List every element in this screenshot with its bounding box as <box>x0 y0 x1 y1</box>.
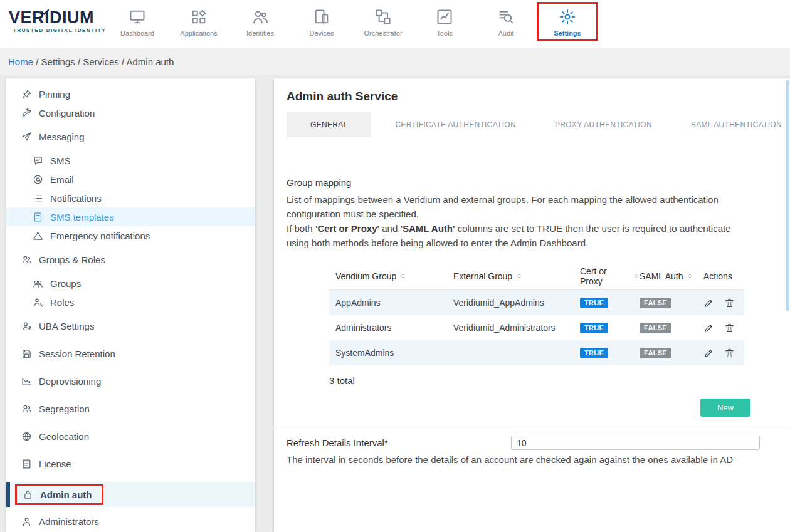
group-mapping-heading: Group mapping <box>287 177 790 188</box>
sidebar-item-geolocation[interactable]: Geolocation <box>6 427 255 446</box>
sidebar-item-label: Roles <box>50 297 74 308</box>
desc2-text: If both <box>287 223 315 234</box>
sidebar-item-groups[interactable]: Groups <box>6 274 255 293</box>
nav-item-dashboard[interactable]: Dashboard <box>107 2 168 41</box>
tab-proxy-authentication[interactable]: PROXY AUTHENTICATION <box>540 112 667 137</box>
column-header-veridium-group[interactable]: Veridium Group <box>329 271 453 281</box>
breadcrumb-item-settings[interactable]: Settings <box>41 56 75 67</box>
breadcrumb-item-services[interactable]: Services <box>83 56 119 67</box>
sidebar-item-configuration[interactable]: Configuration <box>6 103 255 122</box>
column-header-saml-auth[interactable]: SAML Auth <box>640 271 703 281</box>
sidebar-item-license[interactable]: License <box>6 454 255 473</box>
sidebar-item-roles[interactable]: Roles <box>6 293 255 311</box>
topnav-items: DashboardApplicationsIdentitiesDevicesOr… <box>107 2 598 41</box>
column-header-external-group[interactable]: External Group <box>453 271 580 281</box>
sidebar-item-label: Notifications <box>50 193 102 204</box>
cell-saml-auth: FALSE <box>640 322 703 333</box>
delete-icon[interactable] <box>724 298 735 308</box>
sidebar-item-deprovisioning[interactable]: Deprovisioning <box>6 372 255 390</box>
sidebar-item-pinning[interactable]: Pinning <box>6 85 255 103</box>
cert-or-proxy-badge: TRUE <box>580 323 608 333</box>
group-mapping-description-2: If both 'Cert or Proxy' and 'SAML Auth' … <box>287 221 790 250</box>
refresh-interval-description: The interval in seconds before the detai… <box>287 454 790 465</box>
people-icon <box>21 404 32 414</box>
tab-certificate-authentication[interactable]: CERTIFICATE AUTHENTICATION <box>380 112 530 137</box>
column-header-actions: Actions <box>703 271 744 281</box>
breadcrumb-item-home[interactable]: Home <box>8 56 33 67</box>
sidebar-item-label: License <box>39 459 71 469</box>
sidebar-item-emergency-notifications[interactable]: Emergency notifications <box>6 226 255 245</box>
applications-icon <box>190 8 208 26</box>
edit-icon[interactable] <box>703 323 714 333</box>
devices-icon <box>313 8 330 26</box>
table-body: AppAdminsVeridiumid_AppAdminsTRUEFALSEAd… <box>329 290 744 365</box>
nav-item-applications[interactable]: Applications <box>168 2 229 41</box>
saml-auth-badge: FALSE <box>640 323 672 333</box>
logo-check-icon <box>41 6 49 18</box>
breadcrumb-separator: / <box>33 56 41 67</box>
people-icon <box>21 254 32 265</box>
edit-icon[interactable] <box>703 298 714 308</box>
sidebar-item-sms-templates[interactable]: SMS templates <box>6 207 255 226</box>
nav-label: Orchestrator <box>364 29 402 37</box>
sidebar-item-label: Email <box>50 174 74 185</box>
cell-veridium-group: Administrators <box>329 323 453 333</box>
column-label: External Group <box>453 271 512 281</box>
person-edit-icon <box>21 321 32 331</box>
document-icon <box>33 212 43 222</box>
column-label: Veridium Group <box>335 271 396 281</box>
sidebar-item-administrators[interactable]: Administrators <box>6 512 255 531</box>
new-button[interactable]: New <box>700 399 750 417</box>
sidebar-item-uba-settings[interactable]: UBA Settings <box>6 316 255 335</box>
paper-plane-icon <box>21 132 32 142</box>
sidebar-item-segregation[interactable]: Segregation <box>6 399 255 418</box>
cell-saml-auth: FALSE <box>640 297 703 308</box>
sidebar-item-messaging[interactable]: Messaging <box>6 127 255 146</box>
edit-icon[interactable] <box>703 348 714 358</box>
cert-or-proxy-badge: TRUE <box>580 298 608 308</box>
sidebar-item-label: Admin auth <box>40 489 92 500</box>
nav-item-audit[interactable]: Audit <box>475 2 537 41</box>
sidebar-item-sms[interactable]: SMS <box>6 151 255 170</box>
cell-actions <box>703 348 744 358</box>
sidebar-item-label: Groups <box>50 278 81 289</box>
nav-item-identities[interactable]: Identities <box>229 2 291 41</box>
cell-veridium-group: SystemAdmins <box>329 348 453 358</box>
breadcrumb: Home / Settings / Services / Admin auth <box>0 48 790 75</box>
sidebar-item-notifications[interactable]: Notifications <box>6 189 255 207</box>
nav-item-orchestrator[interactable]: Orchestrator <box>352 2 414 41</box>
delete-icon[interactable] <box>724 323 735 333</box>
sidebar-item-admin-auth[interactable]: Admin auth <box>6 482 255 507</box>
group-icon <box>33 278 43 289</box>
pin-icon <box>21 89 32 100</box>
sort-icon <box>399 273 406 279</box>
cell-cert-or-proxy: TRUE <box>580 347 640 358</box>
cell-actions <box>703 298 744 308</box>
nav-item-devices[interactable]: Devices <box>291 2 352 41</box>
column-label: Actions <box>703 271 732 281</box>
tab-saml-authentication[interactable]: SAML AUTHENTICATION <box>676 112 790 137</box>
sidebar-item-groups-roles[interactable]: Groups & Roles <box>6 250 255 269</box>
tab-general[interactable]: GENERAL <box>287 112 371 137</box>
sidebar-item-session-retention[interactable]: Session Retention <box>6 344 255 363</box>
sidebar-item-label: SMS templates <box>50 212 114 222</box>
nav-item-settings[interactable]: Settings <box>537 2 598 41</box>
refresh-interval-input[interactable] <box>511 436 760 450</box>
scrollbar-thumb[interactable] <box>786 80 789 311</box>
sidebar-item-email[interactable]: Email <box>6 170 255 189</box>
nav-item-tools[interactable]: Tools <box>414 2 475 41</box>
logo-text: VERIDIUM <box>9 8 110 27</box>
lock-icon <box>23 489 33 500</box>
sort-icon <box>633 273 640 279</box>
column-label: SAML Auth <box>640 271 683 281</box>
tools-icon <box>436 8 453 26</box>
identities-icon <box>251 8 269 26</box>
sort-icon <box>687 273 693 279</box>
sidebar-item-label: Groups & Roles <box>39 254 105 265</box>
cell-external-group: Veridiumid_Administrators <box>453 323 580 333</box>
column-header-cert-or-proxy[interactable]: Cert or Proxy <box>580 266 640 286</box>
tabs: GENERALCERTIFICATE AUTHENTICATIONPROXY A… <box>287 112 790 137</box>
delete-icon[interactable] <box>724 348 735 358</box>
sidebar-item-label: UBA Settings <box>39 321 94 331</box>
globe-icon <box>21 431 32 442</box>
